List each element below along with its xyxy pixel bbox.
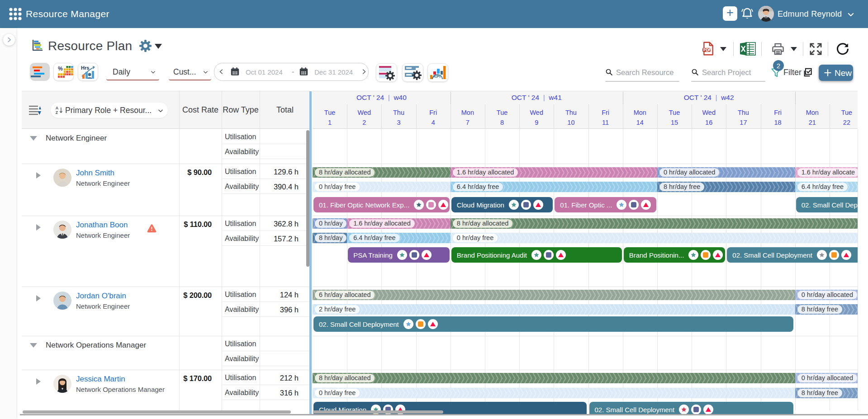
svg-text:Z: Z bbox=[56, 110, 58, 115]
svg-text:%: % bbox=[58, 66, 63, 72]
svg-text:Hrs: Hrs bbox=[81, 65, 89, 71]
svg-text:A: A bbox=[56, 106, 59, 110]
